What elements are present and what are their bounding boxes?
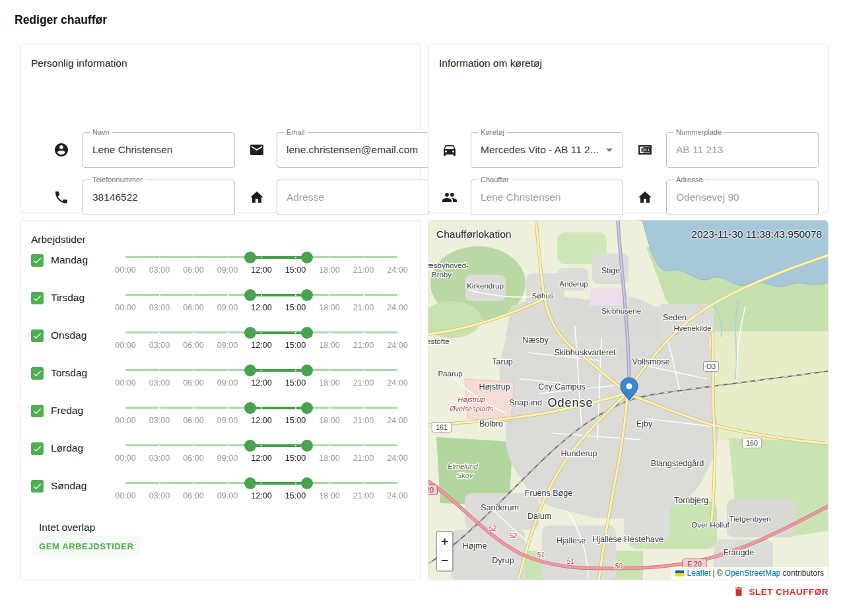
slider-tick-label: 00:00 bbox=[115, 416, 135, 425]
slider-tick-mark bbox=[261, 294, 262, 296]
day-label: Tirsdag bbox=[51, 292, 85, 304]
slider-handle-end[interactable] bbox=[301, 289, 313, 301]
slider-tick-label: 24:00 bbox=[387, 491, 407, 500]
slider-handle-end[interactable] bbox=[301, 252, 313, 263]
slider-tick-label: 18:00 bbox=[319, 491, 339, 500]
map-place-label: Skov bbox=[457, 471, 474, 479]
slider-handle-start[interactable] bbox=[244, 364, 256, 376]
map-place-label: Dalum bbox=[527, 512, 551, 521]
day-checkbox-søndag[interactable] bbox=[31, 480, 44, 493]
slider-tick-label: 06:00 bbox=[183, 303, 203, 312]
slider-handle-end[interactable] bbox=[301, 477, 313, 489]
slider-tick-mark bbox=[159, 332, 160, 333]
road-badge-label: 161 bbox=[436, 423, 448, 431]
slider-tick-mark bbox=[363, 483, 364, 484]
map-place-label: Blangstedgård bbox=[651, 459, 704, 468]
slider-handle-start[interactable] bbox=[244, 327, 256, 339]
driver-input[interactable] bbox=[471, 180, 623, 215]
plate-input[interactable] bbox=[667, 133, 818, 167]
map[interactable]: 161O3160E 2020 5252515150 Næsbyhoved-Bro… bbox=[428, 221, 828, 580]
plate-field: Nummerplade bbox=[666, 132, 819, 168]
vehicle-select-value: Mercedes Vito - AB 11 2... bbox=[481, 144, 601, 156]
hours-range-slider[interactable]: 00:0003:0006:0009:0012:0015:0018:0021:00… bbox=[125, 248, 397, 286]
slider-tick-label: 12:00 bbox=[251, 378, 271, 388]
slider-selected-range bbox=[250, 444, 307, 447]
slider-tick-label: 18:00 bbox=[319, 341, 339, 350]
hours-range-slider[interactable]: 00:0003:0006:0009:0012:0015:0018:0021:00… bbox=[125, 286, 397, 324]
email-input[interactable] bbox=[277, 133, 428, 167]
map-place-label: Øvelsesplads bbox=[449, 405, 494, 413]
day-checkbox-lørdag[interactable] bbox=[31, 442, 44, 455]
slider-handle-start[interactable] bbox=[244, 289, 256, 301]
working-hours-row: Torsdag 00:0003:0006:0009:0012:0015:0018… bbox=[20, 361, 421, 399]
map-place-label: Snap-ind bbox=[509, 398, 542, 407]
phone-icon bbox=[53, 189, 69, 205]
vehicle-address-input[interactable] bbox=[667, 180, 818, 215]
slider-handle-end[interactable] bbox=[301, 327, 313, 339]
slider-tick-mark bbox=[261, 370, 262, 371]
road-badge-label: O3 bbox=[706, 362, 716, 370]
vehicle-info-card: Information om køretøj Køretøj Mercedes … bbox=[428, 44, 829, 213]
slider-handle-start[interactable] bbox=[244, 252, 256, 263]
map-place-label: Broby bbox=[432, 271, 452, 279]
slider-handle-start[interactable] bbox=[244, 477, 256, 489]
map-place-label: Skibhuskvarteret bbox=[554, 348, 616, 357]
slider-handle-end[interactable] bbox=[301, 364, 313, 376]
save-working-hours-button[interactable]: GEM ARBEJDSTIDER bbox=[32, 536, 140, 557]
slider-tick-label: 03:00 bbox=[149, 303, 170, 312]
road-badge-label: E 20 bbox=[687, 560, 702, 568]
day-checkbox-mandag[interactable] bbox=[31, 254, 44, 267]
slider-tick-mark bbox=[193, 445, 194, 446]
slider-tick-mark bbox=[363, 407, 364, 409]
slider-selected-range bbox=[250, 256, 307, 259]
slider-tick-mark bbox=[193, 483, 194, 484]
map-place-label: Stige bbox=[601, 266, 621, 275]
hours-range-slider[interactable]: 00:0003:0006:0009:0012:0015:0018:0021:00… bbox=[125, 361, 397, 399]
slider-handle-end[interactable] bbox=[301, 440, 313, 452]
day-checkbox-onsdag[interactable] bbox=[31, 329, 44, 342]
slider-tick-label: 00:00 bbox=[115, 341, 135, 350]
check-icon bbox=[32, 331, 42, 341]
name-input[interactable] bbox=[83, 133, 234, 167]
hours-range-slider[interactable]: 00:0003:0006:0009:0012:0015:0018:0021:00… bbox=[125, 436, 397, 474]
map-place-label: Paarup bbox=[438, 370, 462, 378]
day-checkbox-torsdag[interactable] bbox=[31, 367, 44, 380]
map-place-label: Højstrup bbox=[457, 395, 485, 403]
slider-tick-mark bbox=[261, 257, 262, 258]
slider-tick-label: 15:00 bbox=[285, 454, 306, 463]
map-place-label: Skibhusene bbox=[601, 307, 641, 315]
map-place-label: Vollsmose bbox=[632, 357, 670, 366]
hours-range-slider[interactable]: 00:0003:0006:0009:0012:0015:0018:0021:00… bbox=[125, 474, 397, 512]
slider-handle-start[interactable] bbox=[244, 402, 256, 414]
zoom-in-button[interactable]: + bbox=[437, 532, 452, 551]
vehicle-card-title: Information om køretøj bbox=[439, 57, 542, 69]
road-number-label: 52 bbox=[509, 531, 517, 539]
slider-tick-label: 15:00 bbox=[285, 341, 306, 350]
day-checkbox-fredag[interactable] bbox=[31, 405, 44, 417]
slider-tick-label: 12:00 bbox=[251, 416, 271, 425]
attribution-divider: | bbox=[713, 568, 715, 578]
zoom-out-button[interactable]: − bbox=[437, 551, 452, 570]
osm-link[interactable]: OpenStreetMap bbox=[725, 568, 781, 578]
day-checkbox-tirsdag[interactable] bbox=[31, 292, 44, 304]
slider-tick-label: 06:00 bbox=[183, 265, 203, 275]
slider-handle-start[interactable] bbox=[244, 440, 256, 452]
map-place-label: Elmelund bbox=[448, 462, 479, 470]
road-number-label: 51 bbox=[537, 551, 545, 559]
address-field bbox=[277, 180, 429, 215]
hours-range-slider[interactable]: 00:0003:0006:0009:0012:0015:0018:0021:00… bbox=[125, 399, 397, 436]
page-title: Rediger chauffør bbox=[15, 13, 107, 27]
slider-tick-label: 21:00 bbox=[353, 341, 374, 350]
check-icon bbox=[32, 256, 42, 265]
delete-driver-button[interactable]: SLET CHAUFFØR bbox=[733, 585, 829, 598]
slider-tick-label: 21:00 bbox=[353, 454, 374, 463]
map-canvas[interactable]: 161O3160E 2020 5252515150 Næsbyhoved-Bro… bbox=[428, 221, 829, 580]
hours-range-slider[interactable]: 00:0003:0006:0009:0012:0015:0018:0021:00… bbox=[125, 324, 397, 361]
map-place-label: Højme bbox=[463, 541, 487, 551]
slider-handle-end[interactable] bbox=[301, 402, 313, 414]
vehicle-select[interactable]: Køretøj Mercedes Vito - AB 11 2... bbox=[471, 132, 623, 168]
slider-tick-label: 03:00 bbox=[149, 265, 170, 275]
leaflet-link[interactable]: Leaflet bbox=[687, 568, 711, 578]
phone-input[interactable] bbox=[83, 180, 234, 215]
address-input[interactable] bbox=[277, 180, 428, 215]
